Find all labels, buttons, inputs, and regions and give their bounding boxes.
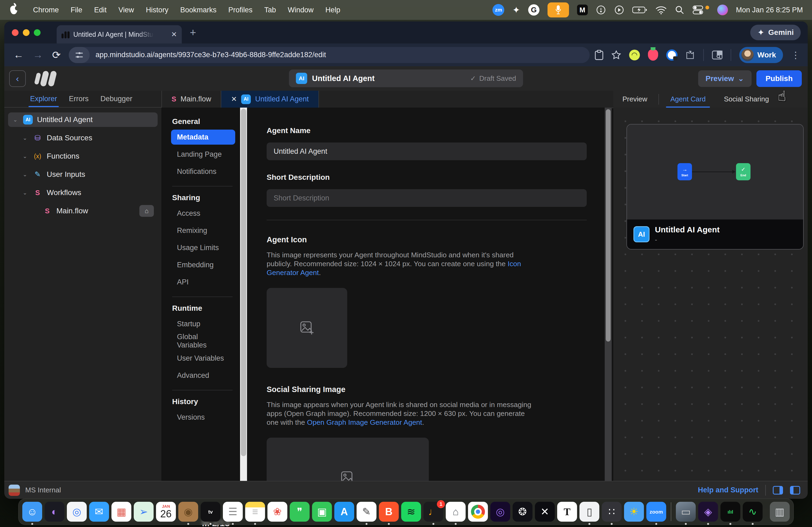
settings-nav-item[interactable]: Advanced <box>171 368 235 383</box>
chevron-down-icon[interactable]: ⌄ <box>21 135 28 141</box>
dock-icon-apple-tv[interactable]: tv <box>201 502 220 522</box>
open-graph-generator-link[interactable]: Open Graph Image Generator Agent <box>307 418 422 426</box>
menu-item[interactable]: Chrome <box>27 6 65 14</box>
dock-icon-freeform[interactable]: ✎ <box>357 502 376 522</box>
tree-item-data-sources[interactable]: ⌄ ⛁ Data Sources <box>8 131 158 145</box>
collapse-right-panel-icon[interactable] <box>773 486 783 495</box>
dock-icon-garageband[interactable]: ♩ 1 <box>423 502 443 522</box>
menu-item[interactable]: File <box>65 6 88 14</box>
window-close-button[interactable] <box>12 29 18 36</box>
dock-icon-siri[interactable]: ◐ <box>45 502 64 522</box>
dock-icon-finder[interactable]: ☺ <box>22 502 42 522</box>
extensions-puzzle-icon[interactable] <box>685 50 695 60</box>
dock-icon-safari[interactable]: ◎ <box>67 502 87 522</box>
tab-errors[interactable]: Errors <box>69 91 89 107</box>
dock-icon-app-grid[interactable]: ▦ <box>112 502 131 522</box>
time-machine-icon[interactable] <box>596 4 606 16</box>
zoom-menubar-icon[interactable]: zm <box>492 4 504 16</box>
collapse-left-panel-icon[interactable] <box>790 486 800 495</box>
apple-menu-icon[interactable] <box>10 6 17 14</box>
chrome-menu-icon[interactable]: ⋮ <box>791 50 801 60</box>
settings-nav-item[interactable]: Notifications <box>171 164 235 179</box>
wifi-icon[interactable] <box>655 4 667 16</box>
dock-icon-weather[interactable]: ☀ <box>624 502 644 522</box>
chevron-down-icon[interactable]: ⌄ <box>21 190 28 196</box>
tree-item-main-flow[interactable]: S Main.flow ⌂ <box>8 204 158 218</box>
dock-icon-zoom[interactable]: zoom <box>646 502 666 522</box>
reload-button[interactable]: ⟳ <box>52 49 61 61</box>
siri-icon[interactable] <box>717 4 728 15</box>
back-button[interactable]: ← <box>13 49 24 61</box>
dock-icon-audio-waveform-app[interactable]: ılıl <box>721 502 740 522</box>
dock-icon-messages[interactable]: ❞ <box>290 502 309 522</box>
spotlight-search-icon[interactable] <box>675 4 684 16</box>
tab-social-sharing[interactable]: Social Sharing <box>715 91 778 108</box>
tree-item-user-inputs[interactable]: ⌄ ✎ User Inputs <box>8 167 158 182</box>
bookmark-star-icon[interactable] <box>611 50 621 60</box>
gemini-button[interactable]: ✦ Gemini <box>750 25 801 40</box>
dock-icon-mail[interactable]: ✉ <box>89 502 109 522</box>
menu-item[interactable]: Window <box>282 6 320 14</box>
chevron-down-icon[interactable]: ⌄ <box>21 153 28 160</box>
mindstudio-logo[interactable] <box>35 71 55 86</box>
content-scrollbar[interactable] <box>605 108 612 481</box>
dock-icon-calculator[interactable]: ∷ <box>602 502 622 522</box>
dock-icon-activity-monitor-app[interactable]: ∿ <box>743 502 763 522</box>
social-image-upload[interactable] <box>267 438 429 481</box>
settings-nav-item[interactable]: Remixing <box>171 223 235 238</box>
tree-item-workflows[interactable]: ⌄ S Workflows <box>8 185 158 200</box>
settings-nav-item[interactable]: User Variables <box>171 351 235 366</box>
workspace-avatar[interactable] <box>9 485 20 496</box>
dock-icon-minimized-window[interactable]: ▭ <box>676 502 696 522</box>
menu-item[interactable]: Tab <box>258 6 282 14</box>
dock-icon-chrome[interactable] <box>468 502 488 522</box>
tree-item-agent-root[interactable]: ⌄ AI Untitled AI Agent <box>8 112 158 127</box>
control-center-icon[interactable] <box>693 4 703 16</box>
preview-button[interactable]: Preview ⌄ <box>698 70 752 87</box>
chevron-down-icon[interactable]: ⌄ <box>12 117 19 123</box>
site-settings-icon[interactable] <box>69 47 90 63</box>
screen-record-icon[interactable] <box>614 4 624 16</box>
tab-explorer[interactable]: Explorer <box>30 91 57 107</box>
help-and-support-link[interactable]: Help and Support <box>698 486 758 494</box>
agent-card[interactable]: → Start ✓ End AI Untitled AI Agent - <box>626 124 804 250</box>
dock-icon-brave[interactable]: B <box>379 502 399 522</box>
menu-item[interactable]: Profiles <box>222 6 258 14</box>
settings-nav-item[interactable]: Embedding <box>171 257 235 272</box>
window-zoom-button[interactable] <box>34 29 41 36</box>
settings-nav-item[interactable]: Access <box>171 206 235 221</box>
dock-icon-iphone-mirroring[interactable]: ▯ <box>579 502 599 522</box>
dock-icon-spotify[interactable]: ≋ <box>401 502 421 522</box>
extension-password-icon[interactable] <box>666 49 678 61</box>
tab-preview[interactable]: Preview <box>613 91 656 108</box>
extension-yellow-icon[interactable]: ◠ <box>629 50 640 60</box>
agent-name-input[interactable]: Untitled AI Agent <box>267 142 587 160</box>
battery-icon[interactable] <box>632 4 648 16</box>
menu-bar-clock[interactable]: Mon Jan 26 8:25 PM <box>736 6 803 14</box>
settings-nav-item[interactable]: Versions <box>171 410 235 425</box>
settings-nav-scrollbar[interactable] <box>240 108 247 481</box>
dock-icon-contacts[interactable]: ◉ <box>178 502 198 522</box>
editor-tab-agent-settings[interactable]: ✕ AI Untitled AI Agent <box>221 91 319 108</box>
address-bar[interactable]: app.mindstudio.ai/agents/9937ce3e-b7e3-4… <box>69 47 590 63</box>
dock-icon-reminders[interactable]: ☰ <box>223 502 243 522</box>
chevron-down-icon[interactable]: ⌄ <box>21 171 28 178</box>
settings-nav-item[interactable]: Global Variables <box>171 333 235 349</box>
dock-icon-photos[interactable]: ❀ <box>267 502 287 522</box>
dock-icon-capcut[interactable]: ✕ <box>535 502 555 522</box>
dock-icon-obs[interactable]: ❂ <box>512 502 533 522</box>
new-tab-button[interactable]: + <box>190 27 196 39</box>
tab-agent-card[interactable]: Agent Card <box>661 91 715 108</box>
dock-icon-textedit[interactable]: T <box>557 502 577 522</box>
dock-icon-maps[interactable]: ➢ <box>134 502 154 522</box>
dock-icon-notes[interactable]: ≡ <box>245 502 265 522</box>
browser-tab[interactable]: Untitled AI Agent | MindStudi ✕ <box>57 25 182 44</box>
menu-item[interactable]: History <box>140 6 174 14</box>
dock-separator[interactable] <box>671 502 671 521</box>
agent-title-bar[interactable]: AI Untitled AI Agent ✓ Draft Saved <box>289 70 523 87</box>
settings-nav-item[interactable]: Startup <box>171 316 235 331</box>
agent-icon-upload[interactable] <box>267 288 347 368</box>
sparkle-menubar-icon[interactable]: ✦ <box>512 4 520 16</box>
profile-button[interactable]: Work <box>739 47 783 63</box>
tab-debugger[interactable]: Debugger <box>100 91 132 107</box>
